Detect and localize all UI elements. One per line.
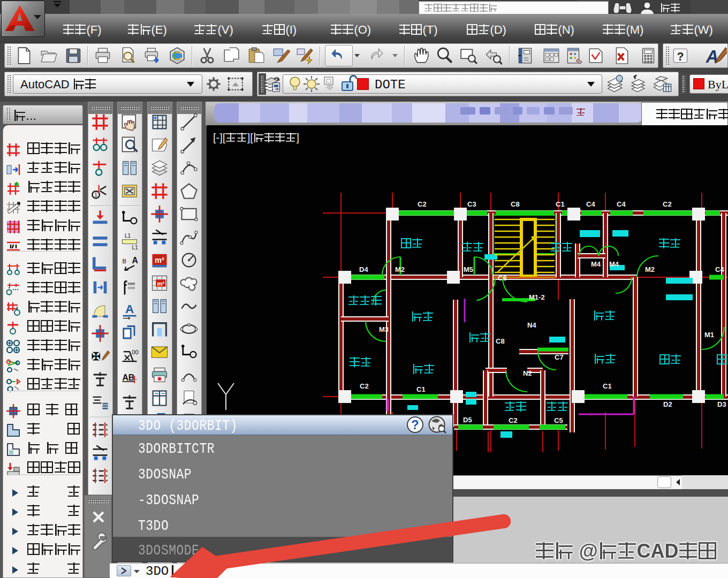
svg-text:m²: m² xyxy=(155,256,164,264)
svg-text:1: 1 xyxy=(94,192,97,198)
svg-text:A: A xyxy=(132,256,138,265)
svg-text:AB: AB xyxy=(123,373,135,382)
svg-text:L1: L1 xyxy=(125,233,131,239)
svg-text:m²: m² xyxy=(157,280,164,287)
svg-text:A: A xyxy=(125,302,134,316)
svg-text:L1: L1 xyxy=(132,245,139,250)
svg-text:.00: .00 xyxy=(130,349,139,355)
svg-text:A: A xyxy=(706,47,718,66)
svg-text:?: ? xyxy=(677,50,684,63)
svg-text:B: B xyxy=(123,258,127,264)
svg-text:✠: ✠ xyxy=(92,351,101,362)
